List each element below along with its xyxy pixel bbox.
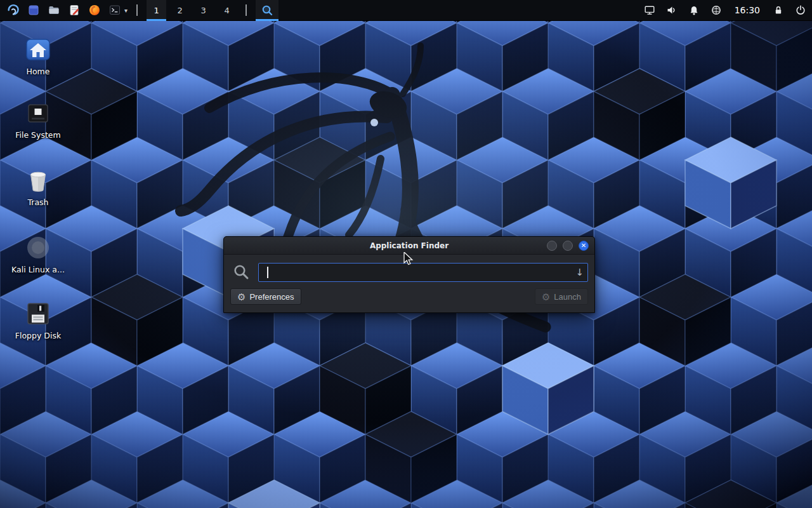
file-system-icon [24, 99, 52, 127]
notifications-bell-icon[interactable] [688, 4, 700, 17]
floppy-disk-icon [24, 300, 52, 328]
search-icon [233, 264, 251, 281]
desktop-icon-kali-volume[interactable]: Kali Linux a... [8, 234, 69, 274]
launch-icon: ⚙ [542, 292, 550, 302]
desktop-icon-home[interactable]: Home [8, 36, 69, 76]
desktop-icon-label: File System [15, 131, 61, 140]
window-title: Application Finder [224, 241, 594, 250]
maximize-button[interactable] [563, 241, 573, 251]
application-finder-window: Application Finder ✕ ↓ ⚙ Preferences ⚙ L… [223, 236, 595, 313]
text-editor-icon[interactable] [66, 2, 82, 18]
files-icon[interactable] [25, 2, 42, 18]
folder-icon[interactable] [46, 2, 62, 18]
window-controls: ✕ [547, 241, 594, 251]
power-icon[interactable] [794, 4, 807, 17]
clock[interactable]: 16:30 [735, 5, 760, 15]
finder-footer: ⚙ Preferences ⚙ Launch [224, 288, 594, 312]
network-icon[interactable] [710, 4, 723, 17]
volume-icon[interactable] [665, 4, 678, 17]
firefox-icon[interactable] [86, 2, 103, 18]
workspace-4[interactable]: 4 [217, 0, 237, 21]
system-tray: 16:30 [643, 4, 807, 17]
search-input[interactable] [259, 264, 587, 281]
home-icon [24, 36, 52, 64]
terminal-icon[interactable] [107, 2, 123, 18]
workspace-3[interactable]: 3 [193, 0, 213, 21]
desktop-icon-label: Trash [27, 198, 48, 207]
desktop-icon-trash[interactable]: Trash [8, 166, 69, 207]
minimize-button[interactable] [547, 241, 557, 251]
kali-volume-icon [24, 234, 52, 262]
search-entry: ↓ [258, 263, 588, 282]
lock-icon[interactable] [772, 4, 785, 17]
desktop-icon-file-system[interactable]: File System [8, 99, 69, 140]
search-row: ↓ [224, 255, 594, 288]
titlebar[interactable]: Application Finder ✕ [224, 237, 594, 255]
display-icon[interactable] [643, 4, 656, 17]
gear-icon: ⚙ [237, 292, 246, 302]
preferences-button[interactable]: ⚙ Preferences [230, 288, 301, 305]
entry-dropdown-arrow-icon[interactable]: ↓ [575, 267, 584, 278]
task-application-finder[interactable] [256, 0, 278, 21]
top-panel: ▾ 1 2 3 4 [0, 0, 812, 21]
launch-label: Launch [554, 292, 581, 302]
kali-menu-icon[interactable] [5, 2, 22, 18]
launch-button[interactable]: ⚙ Launch [535, 288, 588, 305]
text-caret [267, 267, 268, 278]
trash-icon [24, 166, 52, 194]
desktop-icon-label: Floppy Disk [15, 331, 61, 340]
panel-separator [246, 4, 247, 16]
desktop-icon-label: Home [27, 67, 50, 76]
preferences-label: Preferences [249, 292, 294, 302]
close-button[interactable]: ✕ [579, 241, 589, 251]
workspace-2[interactable]: 2 [170, 0, 190, 21]
desktop-icon-label: Kali Linux a... [11, 265, 65, 274]
desktop-icon-floppy-disk[interactable]: Floppy Disk [8, 300, 69, 340]
terminal-dropdown-caret[interactable]: ▾ [124, 7, 128, 14]
workspace-1[interactable]: 1 [147, 0, 166, 21]
panel-separator [136, 4, 138, 16]
